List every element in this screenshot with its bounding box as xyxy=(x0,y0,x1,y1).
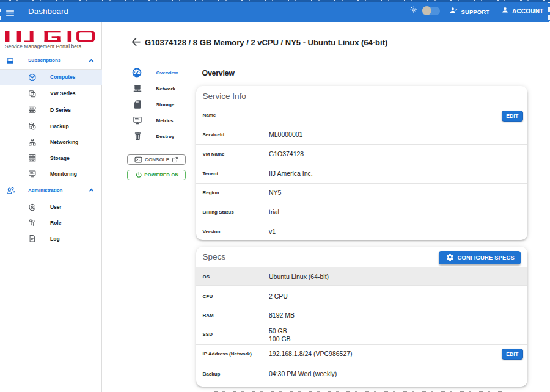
svg-text:?: ? xyxy=(455,7,457,11)
